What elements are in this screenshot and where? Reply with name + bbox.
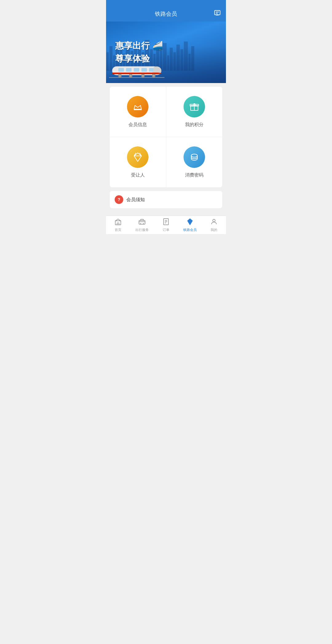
svg-rect-31 (117, 223, 119, 225)
nav-item-travel[interactable]: 出行服务 (130, 216, 154, 234)
status-bar (106, 0, 226, 6)
svg-point-33 (140, 223, 141, 224)
svg-rect-0 (215, 10, 220, 15)
orders-icon (162, 218, 170, 227)
grid-row-1: 会员信息 我的积分 (110, 87, 222, 137)
svg-point-29 (191, 154, 197, 157)
svg-rect-9 (149, 68, 153, 72)
notice-question-icon: ? (115, 195, 123, 204)
nav-item-member[interactable]: 铁路会员 (178, 216, 202, 234)
svg-point-19 (153, 75, 155, 77)
app-header: 铁路会员 (106, 6, 226, 22)
nav-item-orders[interactable]: 订单 (154, 216, 178, 234)
banner-line1: 惠享出行 🚄 (115, 40, 217, 52)
notice-row[interactable]: ? 会员须知 (110, 191, 222, 208)
svg-rect-5 (118, 68, 124, 72)
notice-text: 会员须知 (126, 197, 145, 203)
crown-icon (132, 101, 143, 112)
home-icon (114, 218, 122, 227)
pin-code-label: 消费密码 (185, 172, 204, 178)
member-info-item[interactable]: 会员信息 (110, 87, 166, 137)
svg-point-13 (119, 75, 121, 77)
member-diamond-icon (186, 218, 194, 227)
nav-label-orders: 订单 (163, 228, 169, 232)
member-info-icon-circle (127, 96, 148, 117)
grid-row-2: 受让人 消费密码 (110, 137, 222, 187)
svg-rect-10 (112, 73, 158, 74)
nav-label-travel: 出行服务 (135, 228, 149, 232)
transferee-label: 受让人 (131, 172, 145, 178)
main-content: 会员信息 我的积分 (106, 83, 226, 216)
svg-rect-6 (126, 68, 132, 72)
nav-item-mine[interactable]: 我的 (202, 216, 226, 234)
pin-code-item[interactable]: 消费密码 (166, 137, 223, 187)
banner-highlight1: 惠 (115, 41, 124, 50)
svg-point-41 (213, 219, 215, 222)
message-icon[interactable] (214, 9, 221, 18)
gift-icon (189, 101, 200, 112)
transferee-icon-circle (127, 146, 148, 168)
svg-rect-8 (141, 68, 147, 72)
my-points-label: 我的积分 (185, 122, 204, 128)
banner-text-rest1: 享出行 🚄 (124, 41, 163, 50)
diamond-icon (132, 152, 143, 163)
bottom-nav: 首页 出行服务 订单 (106, 216, 226, 234)
svg-point-15 (130, 75, 132, 77)
member-info-label: 会员信息 (128, 122, 147, 128)
pin-code-icon-circle (184, 146, 205, 168)
coins-icon (189, 152, 200, 163)
feature-grid: 会员信息 我的积分 (110, 87, 222, 187)
svg-rect-7 (134, 68, 139, 72)
mine-icon (210, 218, 218, 227)
my-points-icon-circle (184, 96, 205, 117)
svg-point-34 (143, 223, 144, 224)
svg-marker-39 (188, 219, 192, 225)
header-title: 铁路会员 (155, 10, 177, 18)
transferee-item[interactable]: 受让人 (110, 137, 166, 187)
svg-rect-32 (139, 221, 145, 224)
nav-item-home[interactable]: 首页 (106, 216, 130, 234)
banner: 惠享出行 🚄 尊享体验 (106, 22, 226, 83)
nav-label-mine: 我的 (211, 228, 217, 232)
travel-icon (138, 218, 146, 227)
nav-label-member: 铁路会员 (183, 228, 197, 232)
nav-label-home: 首页 (115, 228, 121, 232)
my-points-item[interactable]: 我的积分 (166, 87, 223, 137)
train-image (109, 62, 164, 80)
svg-point-17 (142, 75, 144, 77)
